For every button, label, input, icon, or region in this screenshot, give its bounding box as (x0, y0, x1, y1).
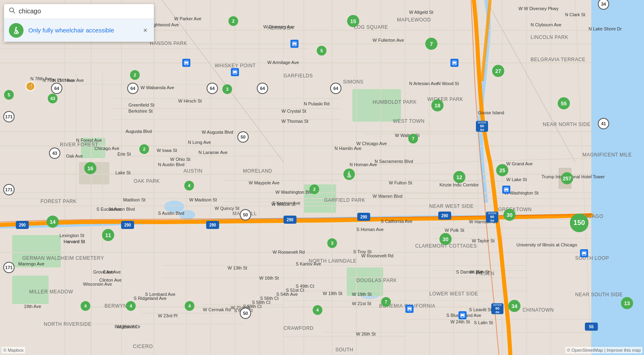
search-input-row (4, 4, 154, 19)
search-box: Only fully wheelchair accessible × (4, 4, 154, 42)
svg-point-78 (15, 27, 17, 29)
svg-point-2 (179, 210, 195, 220)
svg-rect-75 (559, 168, 571, 188)
svg-line-69 (575, 0, 591, 355)
svg-rect-7 (12, 235, 61, 267)
search-icon (9, 7, 15, 15)
map-attribution-left: © Mapbox (2, 347, 25, 353)
map-container[interactable]: Only fully wheelchair accessible × © Map… (0, 0, 644, 355)
svg-rect-9 (81, 138, 105, 158)
svg-rect-8 (12, 276, 49, 304)
svg-point-80 (17, 32, 19, 34)
svg-rect-4 (352, 89, 401, 122)
svg-rect-10 (79, 162, 109, 184)
svg-line-73 (162, 0, 284, 162)
svg-point-1 (164, 201, 184, 213)
filter-close-button[interactable]: × (141, 25, 149, 36)
map-background (0, 0, 644, 355)
svg-line-74 (486, 0, 575, 162)
filter-row: Only fully wheelchair accessible × (4, 19, 154, 42)
wheelchair-filter-icon (9, 23, 23, 38)
search-input[interactable] (19, 8, 149, 15)
svg-line-77 (13, 12, 15, 13)
svg-rect-6 (347, 267, 383, 296)
filter-label: Only fully wheelchair accessible (28, 26, 141, 34)
map-attribution-right: © OpenStreetMap | Improve this map (565, 347, 642, 353)
